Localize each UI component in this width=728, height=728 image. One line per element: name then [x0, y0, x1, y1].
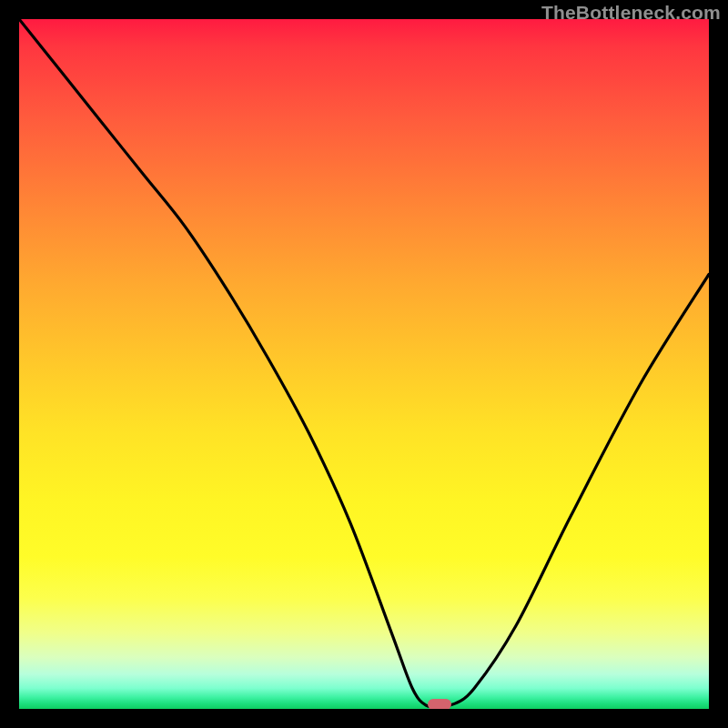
- optimal-point-marker: [428, 699, 451, 709]
- plot-area: [19, 19, 709, 709]
- bottleneck-curve: [19, 19, 709, 709]
- chart-root: TheBottleneck.com: [0, 0, 728, 728]
